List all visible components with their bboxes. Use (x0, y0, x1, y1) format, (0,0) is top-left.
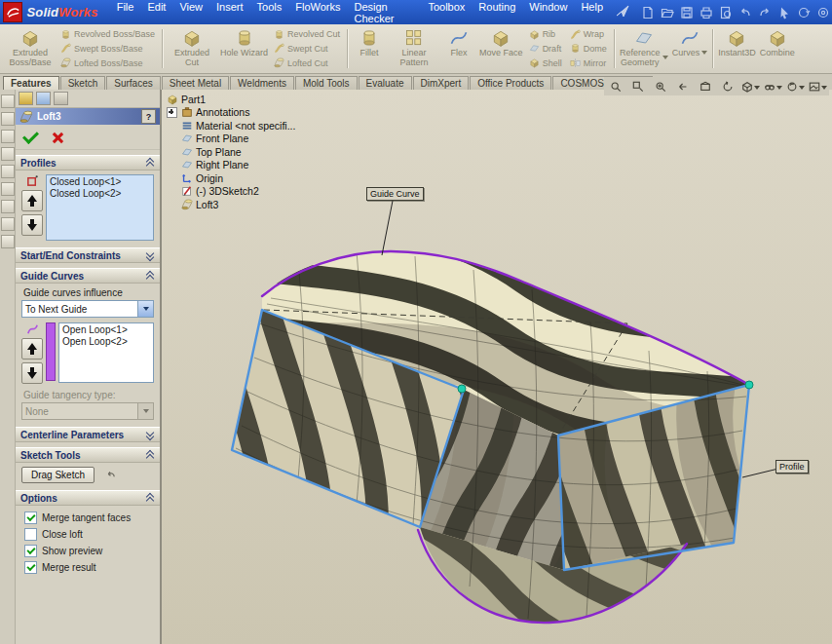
filter-solid-bodies-icon[interactable] (1, 182, 15, 196)
dropdown-button[interactable] (137, 301, 153, 317)
tab-mold-tools[interactable]: Mold Tools (295, 76, 358, 90)
guide-curve-callout[interactable]: Guide Curve (366, 187, 424, 201)
swept-boss-base-button[interactable]: Swept Boss/Base (57, 42, 159, 56)
lofted-cut-button[interactable]: Lofted Cut (270, 57, 344, 70)
tab-sketch[interactable]: Sketch (60, 76, 106, 90)
list-item[interactable]: Open Loop<2> (60, 336, 152, 348)
featuremanager-tab-icon[interactable] (19, 92, 33, 105)
flex-button[interactable]: Flex (440, 26, 477, 71)
menu-routing[interactable]: Routing (472, 0, 522, 26)
combine-button[interactable]: Combine (758, 26, 797, 71)
filter-toggle-icon[interactable] (1, 95, 15, 108)
tree-row-origin[interactable]: Origin (167, 171, 295, 185)
wrap-button[interactable]: Wrap (566, 27, 611, 41)
tree-row-loft3[interactable]: Loft3 (167, 198, 295, 211)
mirror-button[interactable]: Mirror (566, 57, 611, 70)
tree-row-annotations[interactable]: Annotations (167, 106, 295, 120)
reference-geometry-button[interactable]: Reference Geometry (618, 26, 670, 71)
menu-floworks[interactable]: FloWorks (288, 0, 347, 26)
instant3d-button[interactable]: Instant3D (716, 26, 758, 71)
open-icon[interactable] (659, 4, 676, 21)
tab-evaluate[interactable]: Evaluate (359, 76, 412, 90)
menu-toolbox[interactable]: Toolbox (421, 0, 472, 26)
undo-sketch-button[interactable] (102, 467, 119, 483)
menu-insert[interactable]: Insert (209, 0, 250, 26)
tree-row-top-plane[interactable]: Top Plane (167, 145, 295, 159)
shell-button[interactable]: Shell (525, 57, 566, 70)
profile-callout[interactable]: Profile (775, 460, 809, 474)
move-guide-down-button[interactable] (21, 362, 43, 384)
guide-curves-listbox[interactable]: Open Loop<1> Open Loop<2> (58, 322, 154, 383)
filter-axes-icon[interactable] (1, 200, 15, 213)
section-view-button[interactable] (695, 78, 716, 95)
tab-sheet-metal[interactable]: Sheet Metal (162, 76, 229, 90)
rotate-view-button[interactable] (717, 78, 738, 95)
list-item[interactable]: Closed Loop<2> (48, 188, 152, 200)
filter-edges-icon[interactable] (1, 130, 15, 143)
profiles-section-header[interactable]: Profiles (16, 155, 160, 170)
edit-appearance-button[interactable] (784, 78, 806, 95)
swept-cut-button[interactable]: Swept Cut (270, 42, 344, 56)
centerline-parameters-section-header[interactable]: Centerline Parameters (16, 427, 160, 442)
close-loft-checkbox[interactable] (24, 528, 37, 541)
menu-file[interactable]: File (110, 0, 141, 26)
filter-vertices-icon[interactable] (1, 112, 15, 126)
tree-row-material[interactable]: Material <not specifi... (167, 119, 295, 133)
tree-row-right-plane[interactable]: Right Plane (167, 159, 295, 172)
zoom-in-out-button[interactable] (650, 78, 671, 95)
merge-tangent-faces-checkbox[interactable] (24, 511, 37, 524)
tab-features[interactable]: Features (3, 76, 59, 90)
move-profile-down-button[interactable] (21, 214, 43, 236)
move-guide-up-button[interactable] (21, 338, 43, 360)
lofted-boss-base-button[interactable]: Lofted Boss/Base (57, 57, 159, 70)
revolved-cut-button[interactable]: Revolved Cut (270, 27, 344, 41)
fillet-button[interactable]: Fillet (351, 26, 388, 71)
filter-surface-bodies-icon[interactable] (1, 165, 15, 178)
draft-button[interactable]: Draft (525, 42, 566, 56)
dome-button[interactable]: Dome (566, 42, 611, 56)
hole-wizard-button[interactable]: Hole Wizard (218, 26, 270, 71)
list-item[interactable]: Closed Loop<1> (48, 176, 152, 188)
start-end-constraints-section-header[interactable]: Start/End Constraints (16, 247, 160, 263)
menu-edit[interactable]: Edit (140, 0, 172, 26)
profiles-listbox[interactable]: Closed Loop<1> Closed Loop<2> (46, 174, 154, 241)
menu-design-checker[interactable]: Design Checker (348, 0, 422, 26)
filter-sketch-points-icon[interactable] (1, 235, 15, 248)
extruded-boss-base-button[interactable]: Extruded Boss/Base (4, 26, 57, 71)
tab-dimxpert[interactable]: DimXpert (413, 76, 470, 90)
tree-row-part1[interactable]: Part1 (167, 93, 295, 106)
filter-faces-icon[interactable] (1, 147, 15, 161)
curves-button[interactable]: Curves (670, 26, 710, 71)
menu-view[interactable]: View (172, 0, 209, 26)
merge-result-checkbox[interactable] (24, 561, 37, 574)
select-pointer-icon[interactable] (775, 4, 793, 21)
move-face-button[interactable]: Move Face (477, 26, 525, 71)
options-icon[interactable] (814, 4, 832, 21)
rebuild-icon[interactable] (795, 4, 813, 21)
save-icon[interactable] (678, 4, 696, 21)
tab-surfaces[interactable]: Surfaces (106, 76, 160, 90)
configurationmanager-tab-icon[interactable] (54, 92, 68, 105)
drag-sketch-button[interactable]: Drag Sketch (21, 467, 95, 483)
previous-view-button[interactable] (672, 78, 694, 95)
hide-show-items-button[interactable] (762, 78, 783, 95)
propertymanager-tab-icon[interactable] (36, 92, 51, 105)
expand-plus-icon[interactable] (167, 107, 177, 118)
help-button[interactable]: ? (141, 109, 156, 124)
print-icon[interactable] (698, 4, 715, 21)
tree-row-3dsketch2[interactable]: (-) 3DSketch2 (167, 185, 295, 199)
revolved-boss-base-button[interactable]: Revolved Boss/Base (57, 27, 159, 41)
tab-office-products[interactable]: Office Products (470, 76, 551, 90)
list-item[interactable]: Open Loop<1> (60, 324, 152, 336)
linear-pattern-button[interactable]: Linear Pattern (388, 26, 440, 71)
menu-window[interactable]: Window (522, 0, 574, 26)
filter-planes-icon[interactable] (1, 217, 15, 231)
new-document-icon[interactable] (639, 4, 657, 21)
show-preview-checkbox[interactable] (24, 545, 37, 557)
menu-help[interactable]: Help (574, 0, 610, 26)
guide-influence-dropdown[interactable]: To Next Guide (21, 300, 154, 318)
zoom-to-fit-button[interactable] (605, 78, 626, 95)
options-section-header[interactable]: Options (16, 490, 160, 506)
extruded-cut-button[interactable]: Extruded Cut (166, 26, 218, 71)
tree-row-front-plane[interactable]: Front Plane (167, 133, 295, 146)
